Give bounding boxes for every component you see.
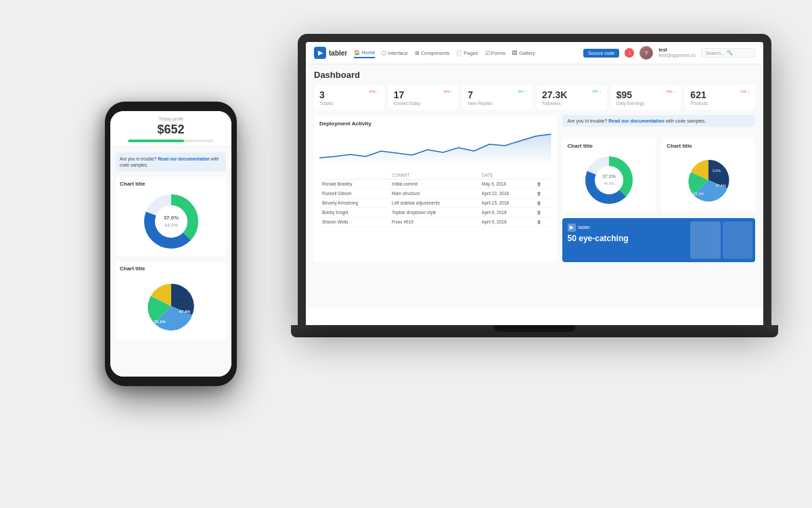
table-row: Bobby Knight Topbar dropdown style April… [319, 207, 551, 217]
laptop-notch [494, 325, 575, 332]
search-icon: 🔍 [727, 50, 733, 56]
phone-progress-bar [128, 140, 214, 142]
row-commit: Left sidebar adjustments [389, 198, 479, 207]
row-commit: Topbar dropdown style [389, 207, 479, 217]
phone-chart-card-1: Chart title 37.0% 44.0% [116, 177, 226, 256]
user-info: test test@apposed.us [658, 47, 696, 59]
activity-card: Deployment Activity [314, 115, 557, 262]
svg-text:37.0%: 37.0% [602, 174, 616, 179]
laptop: ▶ tabler 🏠 Home ⬡ Interface ⊞ Components… [298, 34, 771, 359]
nav-right: Source code 1 T test test@apposed.us Sea… [583, 46, 755, 60]
row-name: Beverly Armstrong [319, 198, 389, 207]
nav-link-pages[interactable]: 📄 Pages [456, 48, 478, 58]
search-box[interactable]: Search... 🔍 [701, 48, 755, 58]
row-action[interactable]: 🗑 [534, 217, 551, 226]
charts-row: Chart title [562, 137, 755, 213]
pie-chart: 3.0% 47.4% 33.1% [667, 153, 750, 207]
laptop-screen: ▶ tabler 🏠 Home ⬡ Interface ⊞ Components… [306, 42, 763, 325]
row-date: May 6, 2018 [479, 179, 534, 188]
row-commit: Main structure [389, 188, 479, 198]
row-name: Ronald Bradley [319, 179, 389, 188]
stat-label: New Replies [468, 101, 527, 106]
col-name [319, 171, 389, 179]
phone-chart-title-1: Chart title [120, 181, 222, 187]
promo-card: ▶ tabler 50 eye-catching [562, 218, 755, 262]
bottom-section: Deployment Activity [314, 115, 755, 262]
phone-header: Today profit $652 [110, 111, 231, 147]
row-name: Bobby Knight [319, 207, 389, 217]
scene: ▶ tabler 🏠 Home ⬡ Interface ⊞ Components… [0, 0, 812, 508]
stat-label: Followers [542, 101, 602, 106]
stat-change: 9% ↑ [518, 89, 527, 93]
nav-link-gallery[interactable]: 🖼 Gallery [512, 48, 535, 58]
nav-link-forms[interactable]: ☑ Forms [485, 48, 505, 58]
stat-label: Tickets [319, 101, 379, 106]
notification-badge[interactable]: 1 [625, 48, 634, 58]
stats-row: -6% ↓ 3 Tickets -3% ↓ 17 Closed Today 9%… [314, 85, 755, 110]
alert-link[interactable]: Read our documentation [608, 119, 664, 123]
phone-alert: Are you in trouble? Read our documentati… [116, 152, 226, 171]
col-date: DATE [479, 171, 534, 179]
phone-profit-label: Today profit [117, 117, 225, 121]
brand: ▶ tabler [314, 47, 347, 59]
stat-label: Products [690, 101, 750, 106]
phone-screen: Today profit $652 Are you in trouble? Re… [110, 111, 231, 377]
activity-table: COMMIT DATE Ronald Bradley Init [319, 171, 551, 227]
row-date: April 9, 2018 [479, 217, 534, 226]
stat-card-tickets: -6% ↓ 3 Tickets [314, 85, 384, 110]
table-row: Sharon Wells Fixes #619 April 9, 2018 🗑 [319, 217, 551, 226]
nav-link-components[interactable]: ⊞ Components [415, 48, 450, 58]
user-name: test [658, 47, 696, 53]
chart-title-2: Chart title [667, 143, 750, 149]
brand-name: tabler [329, 49, 347, 57]
svg-text:33.1%: 33.1% [693, 192, 704, 196]
svg-text:3.0%: 3.0% [712, 169, 721, 173]
svg-text:37.0%: 37.0% [163, 215, 179, 221]
svg-text:47.4%: 47.4% [715, 184, 726, 188]
laptop-body: ▶ tabler 🏠 Home ⬡ Interface ⊞ Components… [298, 34, 771, 325]
activity-title: Deployment Activity [319, 121, 551, 127]
source-code-button[interactable]: Source code [583, 49, 619, 58]
chart-title-1: Chart title [568, 143, 651, 149]
table-row: Russell Gibson Main structure April 22, … [319, 188, 551, 198]
row-date: April 15, 2018 [479, 198, 534, 207]
avatar: T [639, 46, 653, 60]
promo-images [687, 218, 755, 262]
promo-img-1 [690, 221, 721, 259]
table-row: Beverly Armstrong Left sidebar adjustmen… [319, 198, 551, 207]
stat-card-closed: -3% ↓ 17 Closed Today [388, 85, 459, 110]
dashboard-content: Dashboard -6% ↓ 3 Tickets -3% ↓ 17 [306, 64, 763, 308]
table-row: Ronald Bradley Initial commit May 6, 201… [319, 179, 551, 188]
stat-change: -1% ↓ [740, 89, 750, 93]
search-placeholder: Search... [706, 51, 725, 56]
row-action[interactable]: 🗑 [534, 188, 551, 198]
svg-text:9.0%: 9.0% [178, 298, 187, 302]
nav-link-home[interactable]: 🏠 Home [354, 48, 375, 58]
tabler-ui: ▶ tabler 🏠 Home ⬡ Interface ⊞ Components… [306, 42, 763, 325]
phone-progress-fill [128, 140, 184, 142]
col-commit: COMMIT [389, 171, 479, 179]
phone: Today profit $652 Are you in trouble? Re… [105, 102, 237, 386]
row-action[interactable]: 🗑 [534, 207, 551, 217]
phone-alert-link[interactable]: Read our documentation [158, 156, 210, 161]
phone-content: Are you in trouble? Read our documentati… [110, 147, 231, 352]
nav-link-interface[interactable]: ⬡ Interface [382, 48, 407, 58]
chart-card-2: Chart title [661, 137, 755, 213]
promo-icon: ▶ [568, 224, 576, 232]
stat-label: Closed Today [394, 101, 453, 106]
row-name: Sharon Wells [319, 217, 389, 226]
phone-chart-title-2: Chart title [120, 266, 222, 272]
row-action[interactable]: 🗑 [534, 198, 551, 207]
stat-card-earnings: -2% ↓ $95 Daily Earnings [611, 85, 681, 110]
alert-banner: Are you in trouble? Read our documentati… [562, 115, 755, 127]
phone-ui: Today profit $652 Are you in trouble? Re… [110, 111, 231, 377]
svg-text:33.1%: 33.1% [154, 320, 166, 324]
row-action[interactable]: 🗑 [534, 179, 551, 188]
page-title: Dashboard [314, 70, 755, 80]
donut-chart-1: 37.0% 44.0% [568, 153, 651, 207]
stat-change: -2% ↓ [665, 89, 675, 93]
phone-body: Today profit $652 Are you in trouble? Re… [105, 102, 237, 386]
col-action [534, 171, 551, 179]
row-date: April 8, 2018 [479, 207, 534, 217]
laptop-base [291, 325, 778, 337]
